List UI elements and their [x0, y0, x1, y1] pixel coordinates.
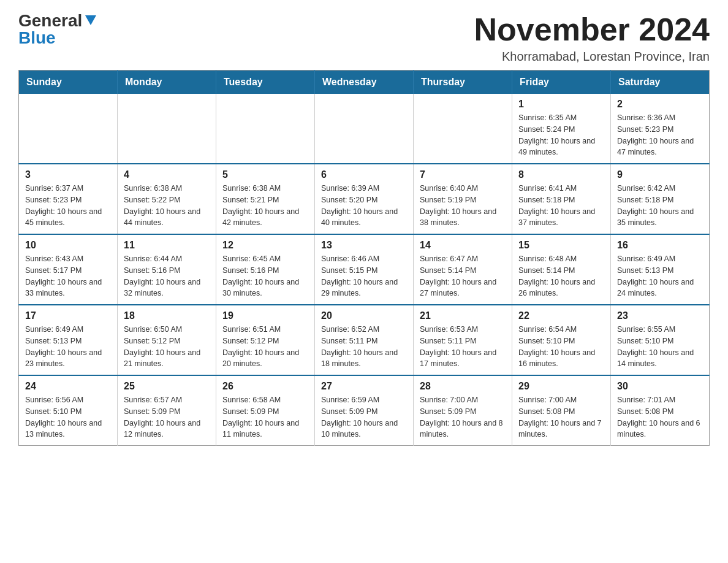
day-info: Sunrise: 6:37 AMSunset: 5:23 PMDaylight:…	[25, 183, 111, 229]
day-number: 23	[617, 310, 703, 321]
calendar-cell: 21Sunrise: 6:53 AMSunset: 5:11 PMDayligh…	[414, 305, 512, 375]
calendar-cell	[19, 94, 118, 164]
calendar-cell: 18Sunrise: 6:50 AMSunset: 5:12 PMDayligh…	[118, 305, 216, 375]
day-number: 12	[222, 240, 308, 251]
day-info: Sunrise: 6:35 AMSunset: 5:24 PMDaylight:…	[518, 112, 604, 158]
day-info: Sunrise: 6:38 AMSunset: 5:22 PMDaylight:…	[124, 183, 210, 229]
day-info: Sunrise: 6:47 AMSunset: 5:14 PMDaylight:…	[420, 253, 506, 299]
calendar-cell: 1Sunrise: 6:35 AMSunset: 5:24 PMDaylight…	[512, 94, 611, 164]
calendar-cell: 16Sunrise: 6:49 AMSunset: 5:13 PMDayligh…	[611, 234, 710, 305]
calendar-cell: 2Sunrise: 6:36 AMSunset: 5:23 PMDaylight…	[611, 94, 710, 164]
calendar-cell: 15Sunrise: 6:48 AMSunset: 5:14 PMDayligh…	[512, 234, 611, 305]
weekday-row: Sunday Monday Tuesday Wednesday Thursday…	[19, 71, 710, 94]
subtitle: Khorramabad, Lorestan Province, Iran	[474, 50, 710, 64]
day-number: 28	[420, 381, 506, 392]
calendar-cell: 7Sunrise: 6:40 AMSunset: 5:19 PMDaylight…	[414, 164, 512, 234]
calendar-cell: 29Sunrise: 7:00 AMSunset: 5:08 PMDayligh…	[512, 375, 611, 446]
day-number: 29	[518, 381, 604, 392]
day-number: 10	[25, 240, 111, 251]
day-number: 2	[617, 99, 703, 110]
day-info: Sunrise: 6:48 AMSunset: 5:14 PMDaylight:…	[518, 253, 604, 299]
calendar-cell: 20Sunrise: 6:52 AMSunset: 5:11 PMDayligh…	[315, 305, 414, 375]
calendar-cell	[315, 94, 414, 164]
header: General Blue November 2024 Khorramabad, …	[18, 12, 710, 64]
day-number: 21	[420, 310, 506, 321]
day-info: Sunrise: 6:49 AMSunset: 5:13 PMDaylight:…	[617, 253, 703, 299]
calendar-cell: 25Sunrise: 6:57 AMSunset: 5:09 PMDayligh…	[118, 375, 216, 446]
week-row-1: 1Sunrise: 6:35 AMSunset: 5:24 PMDaylight…	[19, 94, 710, 164]
calendar-cell: 3Sunrise: 6:37 AMSunset: 5:23 PMDaylight…	[19, 164, 118, 234]
calendar-cell: 10Sunrise: 6:43 AMSunset: 5:17 PMDayligh…	[19, 234, 118, 305]
calendar-cell	[414, 94, 512, 164]
day-info: Sunrise: 7:00 AMSunset: 5:08 PMDaylight:…	[518, 394, 604, 440]
day-number: 18	[124, 310, 210, 321]
day-number: 9	[617, 169, 703, 180]
day-number: 16	[617, 240, 703, 251]
logo-triangle-icon	[84, 13, 97, 26]
calendar-body: 1Sunrise: 6:35 AMSunset: 5:24 PMDaylight…	[19, 94, 710, 446]
day-info: Sunrise: 6:41 AMSunset: 5:18 PMDaylight:…	[518, 183, 604, 229]
calendar-cell: 23Sunrise: 6:55 AMSunset: 5:10 PMDayligh…	[611, 305, 710, 375]
day-info: Sunrise: 6:55 AMSunset: 5:10 PMDaylight:…	[617, 324, 703, 370]
day-number: 1	[518, 99, 604, 110]
header-tuesday: Tuesday	[216, 71, 315, 94]
day-number: 13	[321, 240, 407, 251]
title-area: November 2024 Khorramabad, Lorestan Prov…	[474, 12, 710, 64]
calendar-cell: 9Sunrise: 6:42 AMSunset: 5:18 PMDaylight…	[611, 164, 710, 234]
day-number: 7	[420, 169, 506, 180]
day-info: Sunrise: 7:00 AMSunset: 5:09 PMDaylight:…	[420, 394, 506, 440]
day-info: Sunrise: 6:54 AMSunset: 5:10 PMDaylight:…	[518, 324, 604, 370]
day-number: 24	[25, 381, 111, 392]
day-info: Sunrise: 7:01 AMSunset: 5:08 PMDaylight:…	[617, 394, 703, 440]
logo-general-text: General	[18, 12, 82, 29]
calendar-cell: 13Sunrise: 6:46 AMSunset: 5:15 PMDayligh…	[315, 234, 414, 305]
day-info: Sunrise: 6:40 AMSunset: 5:19 PMDaylight:…	[420, 183, 506, 229]
day-number: 19	[222, 310, 308, 321]
day-info: Sunrise: 6:49 AMSunset: 5:13 PMDaylight:…	[25, 324, 111, 370]
day-info: Sunrise: 6:58 AMSunset: 5:09 PMDaylight:…	[222, 394, 308, 440]
day-info: Sunrise: 6:46 AMSunset: 5:15 PMDaylight:…	[321, 253, 407, 299]
calendar-cell: 26Sunrise: 6:58 AMSunset: 5:09 PMDayligh…	[216, 375, 315, 446]
day-number: 20	[321, 310, 407, 321]
day-info: Sunrise: 6:45 AMSunset: 5:16 PMDaylight:…	[222, 253, 308, 299]
day-info: Sunrise: 6:51 AMSunset: 5:12 PMDaylight:…	[222, 324, 308, 370]
day-number: 22	[518, 310, 604, 321]
calendar-cell: 4Sunrise: 6:38 AMSunset: 5:22 PMDaylight…	[118, 164, 216, 234]
header-thursday: Thursday	[414, 71, 512, 94]
day-number: 15	[518, 240, 604, 251]
calendar-cell: 17Sunrise: 6:49 AMSunset: 5:13 PMDayligh…	[19, 305, 118, 375]
week-row-5: 24Sunrise: 6:56 AMSunset: 5:10 PMDayligh…	[19, 375, 710, 446]
week-row-2: 3Sunrise: 6:37 AMSunset: 5:23 PMDaylight…	[19, 164, 710, 234]
day-number: 30	[617, 381, 703, 392]
logo: General Blue	[18, 12, 97, 47]
day-info: Sunrise: 6:39 AMSunset: 5:20 PMDaylight:…	[321, 183, 407, 229]
day-number: 8	[518, 169, 604, 180]
calendar-cell: 5Sunrise: 6:38 AMSunset: 5:21 PMDaylight…	[216, 164, 315, 234]
day-number: 14	[420, 240, 506, 251]
calendar-cell: 24Sunrise: 6:56 AMSunset: 5:10 PMDayligh…	[19, 375, 118, 446]
calendar-cell: 14Sunrise: 6:47 AMSunset: 5:14 PMDayligh…	[414, 234, 512, 305]
week-row-3: 10Sunrise: 6:43 AMSunset: 5:17 PMDayligh…	[19, 234, 710, 305]
calendar-cell: 6Sunrise: 6:39 AMSunset: 5:20 PMDaylight…	[315, 164, 414, 234]
day-number: 3	[25, 169, 111, 180]
calendar-cell: 19Sunrise: 6:51 AMSunset: 5:12 PMDayligh…	[216, 305, 315, 375]
day-info: Sunrise: 6:42 AMSunset: 5:18 PMDaylight:…	[617, 183, 703, 229]
day-number: 6	[321, 169, 407, 180]
header-sunday: Sunday	[19, 71, 118, 94]
day-info: Sunrise: 6:52 AMSunset: 5:11 PMDaylight:…	[321, 324, 407, 370]
calendar-cell: 8Sunrise: 6:41 AMSunset: 5:18 PMDaylight…	[512, 164, 611, 234]
day-number: 17	[25, 310, 111, 321]
day-number: 26	[222, 381, 308, 392]
week-row-4: 17Sunrise: 6:49 AMSunset: 5:13 PMDayligh…	[19, 305, 710, 375]
day-number: 25	[124, 381, 210, 392]
calendar-header: Sunday Monday Tuesday Wednesday Thursday…	[19, 71, 710, 94]
day-info: Sunrise: 6:38 AMSunset: 5:21 PMDaylight:…	[222, 183, 308, 229]
day-info: Sunrise: 6:50 AMSunset: 5:12 PMDaylight:…	[124, 324, 210, 370]
calendar-cell: 12Sunrise: 6:45 AMSunset: 5:16 PMDayligh…	[216, 234, 315, 305]
header-monday: Monday	[118, 71, 216, 94]
day-number: 27	[321, 381, 407, 392]
calendar-cell: 22Sunrise: 6:54 AMSunset: 5:10 PMDayligh…	[512, 305, 611, 375]
main-title: November 2024	[474, 12, 710, 47]
calendar-cell	[118, 94, 216, 164]
day-info: Sunrise: 6:44 AMSunset: 5:16 PMDaylight:…	[124, 253, 210, 299]
